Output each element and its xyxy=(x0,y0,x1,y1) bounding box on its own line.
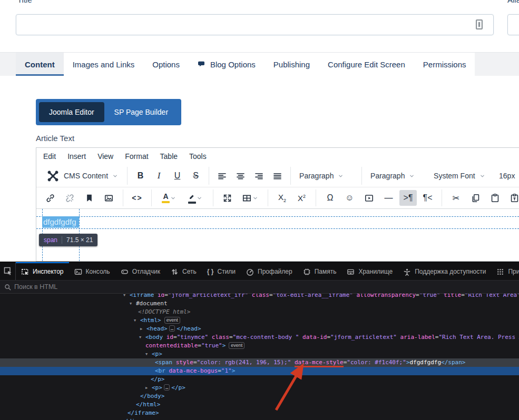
rtl-button[interactable]: ¶< xyxy=(419,190,436,206)
devtools-tab-memory[interactable]: Память xyxy=(298,262,342,280)
dom-tree-line[interactable]: contenteditable="true">event xyxy=(0,342,519,350)
superscript-button[interactable]: X2 xyxy=(293,190,310,206)
ltr-button[interactable]: >¶ xyxy=(399,190,417,206)
align-justify-button[interactable] xyxy=(269,168,286,184)
dom-tree-line[interactable]: <br data-mce-bogus="1"> xyxy=(0,367,519,375)
special-character-button[interactable]: Ω xyxy=(321,190,339,206)
tab-publishing[interactable]: Publishing xyxy=(265,53,319,76)
inspected-span-highlight[interactable]: dfgdfgdfg xyxy=(42,216,79,228)
bold-button[interactable]: B xyxy=(132,168,149,184)
align-center-button[interactable] xyxy=(232,168,249,184)
style-dropdown[interactable]: Paragraph xyxy=(295,168,357,184)
dom-tree-line[interactable]: ▼<body id="tinymce" class="mce-content-b… xyxy=(0,333,519,342)
dom-tree-line[interactable]: </iframe> xyxy=(0,409,519,417)
input-addon-icon[interactable] xyxy=(476,19,483,29)
dom-tree-line[interactable]: ▶<p>…</p> xyxy=(0,384,519,392)
devtools-tab-console[interactable]: Консоль xyxy=(69,262,115,280)
dom-tree-line[interactable]: ▼<p> xyxy=(0,350,519,358)
devtools-tab-label: Поддержка доступности xyxy=(415,268,486,275)
menu-view[interactable]: View xyxy=(97,152,113,161)
tab-permissions[interactable]: Permissions xyxy=(414,53,475,76)
dom-tree-line[interactable]: </div> xyxy=(0,417,519,420)
devtools-tab-inspector[interactable]: Инспектор xyxy=(16,262,69,280)
cms-content-dropdown[interactable]: CMS Content xyxy=(42,168,123,184)
expand-arrow-icon[interactable]: ▼ xyxy=(123,294,130,299)
alias-input[interactable] xyxy=(507,14,519,35)
emoticons-button[interactable]: ☺ xyxy=(341,190,358,206)
dom-tree-line[interactable]: <span style="color: rgb(241, 196, 15);" … xyxy=(0,358,519,367)
copy-button[interactable] xyxy=(467,190,484,206)
sp-page-builder-button[interactable]: SP Page Builder xyxy=(104,102,178,122)
dom-tree-line[interactable]: <!DOCTYPE html> xyxy=(0,308,519,316)
markup-token: "mce-content-body " xyxy=(233,334,299,341)
memory-icon xyxy=(303,268,311,276)
source-code-button[interactable]: <> xyxy=(129,190,146,206)
devtools-tab-application[interactable]: Приложения xyxy=(491,262,519,280)
expand-arrow-icon[interactable]: ▼ xyxy=(130,299,136,308)
underline-button[interactable]: U xyxy=(169,168,186,184)
fullscreen-icon xyxy=(222,193,232,203)
paste-button[interactable] xyxy=(486,190,504,206)
devtools-tab-accessibility[interactable]: Поддержка доступности xyxy=(398,262,491,280)
font-family-dropdown[interactable]: System Font xyxy=(429,168,494,184)
expand-arrow-icon[interactable]: ▼ xyxy=(145,350,152,358)
media-button[interactable] xyxy=(360,190,378,206)
menu-format[interactable]: Format xyxy=(125,152,148,161)
devtools-tab-debugger[interactable]: Отладчик xyxy=(115,262,165,280)
menu-tools[interactable]: Tools xyxy=(189,152,207,161)
expand-arrow-icon[interactable]: ▼ xyxy=(139,333,145,342)
toolbar-separator xyxy=(127,167,128,185)
dom-tree-line[interactable]: </body> xyxy=(0,392,519,401)
devtools-tab-network[interactable]: Сеть xyxy=(165,262,202,280)
unlink-button[interactable] xyxy=(61,190,79,206)
editor-content-area[interactable]: dfgdfgdfg span 71.5 × 21 xyxy=(36,209,519,261)
dom-tree-line[interactable]: </p> xyxy=(0,375,519,384)
dom-tree-line[interactable]: ▼<iframe id="jform_articletext_ifr" clas… xyxy=(0,294,519,299)
devtools-tab-profiler[interactable]: Профайлер xyxy=(241,262,298,280)
align-right-button[interactable] xyxy=(250,168,268,184)
inspector-icon xyxy=(21,268,29,276)
dom-tree-line[interactable]: ▶<head>…</head> xyxy=(0,325,519,333)
table-button[interactable] xyxy=(238,190,262,206)
fullscreen-button[interactable] xyxy=(219,190,236,206)
collapsed-arrow-icon[interactable]: ▶ xyxy=(145,384,152,392)
highlight-color-button[interactable] xyxy=(183,190,208,206)
devtools-tab-style-editor[interactable]: { }Стили xyxy=(202,262,241,280)
menu-table[interactable]: Table xyxy=(160,152,178,161)
title-input[interactable] xyxy=(16,14,494,35)
dom-tree-line[interactable]: ▼#document xyxy=(0,299,519,308)
tab-options[interactable]: Options xyxy=(143,53,189,76)
tab-blog-options[interactable]: Blog Options xyxy=(189,53,265,76)
devtools-tab-storage[interactable]: Хранилище xyxy=(341,262,398,280)
paste-as-text-button[interactable] xyxy=(506,190,519,206)
image-button[interactable] xyxy=(100,190,117,206)
tab-content[interactable]: Content xyxy=(16,53,64,76)
horizontal-rule-button[interactable]: — xyxy=(380,190,397,206)
tab-configure-edit-screen[interactable]: Configure Edit Screen xyxy=(319,53,414,76)
menu-insert[interactable]: Insert xyxy=(67,152,86,161)
subscript-button[interactable]: X2 xyxy=(273,190,291,206)
font-size-dropdown[interactable]: 16px xyxy=(495,168,519,184)
html-search-input[interactable] xyxy=(14,283,225,291)
link-button[interactable] xyxy=(42,190,59,206)
element-picker-button[interactable] xyxy=(0,262,16,280)
devtools-tab-label: Консоль xyxy=(86,268,110,275)
strikethrough-button[interactable]: S xyxy=(187,168,204,184)
expand-arrow-icon[interactable]: ▼ xyxy=(134,316,140,325)
glyph: ¶< xyxy=(423,193,433,203)
collapsed-arrow-icon[interactable]: ▶ xyxy=(140,325,146,333)
content-pane: Joomla Editor SP Page Builder Article Te… xyxy=(0,76,519,262)
tab-label: Configure Edit Screen xyxy=(328,60,405,69)
bookmark-button[interactable] xyxy=(81,190,98,206)
devtools-tab-label: Хранилище xyxy=(358,268,393,275)
italic-button[interactable]: I xyxy=(150,168,168,184)
joomla-editor-button[interactable]: Joomla Editor xyxy=(39,102,104,122)
format-dropdown[interactable]: Paragraph xyxy=(366,168,428,184)
align-left-button[interactable] xyxy=(213,168,231,184)
dom-tree-line[interactable]: </html> xyxy=(0,401,519,409)
dom-tree-line[interactable]: ▼<html>event xyxy=(0,316,519,325)
tab-images-and-links[interactable]: Images and Links xyxy=(64,53,144,76)
cut-button[interactable]: ✂ xyxy=(447,190,465,206)
text-color-button[interactable]: A xyxy=(157,190,181,206)
menu-edit[interactable]: Edit xyxy=(43,152,56,161)
